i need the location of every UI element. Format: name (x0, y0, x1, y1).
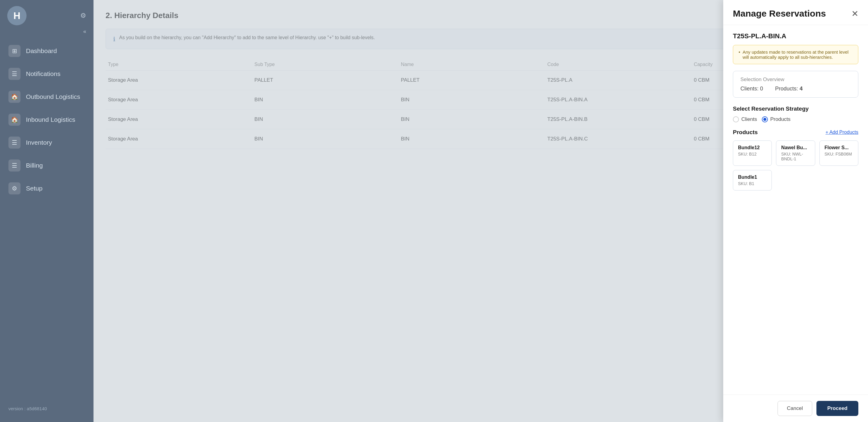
sidebar-item-billing[interactable]: ☰ Billing (0, 154, 93, 177)
products-count-label: Products: (775, 86, 798, 92)
products-section: Products + Add Products Bundle12 SKU: B1… (733, 129, 858, 191)
strategy-products-option[interactable]: Products (762, 116, 790, 122)
product-name: Bundle12 (738, 145, 767, 151)
sidebar-header: H ⚙ (0, 0, 93, 28)
sidebar-label-outbound: Outbound Logistics (26, 93, 80, 100)
warning-box: • Any updates made to reservations at th… (733, 45, 858, 64)
product-sku: SKU: NWL-BNDL-1 (781, 152, 810, 161)
clients-stat: Clients: 0 (740, 86, 763, 92)
warning-text: Any updates made to reservations at the … (743, 50, 852, 60)
product-name: Bundle1 (738, 174, 767, 180)
panel-close-button[interactable]: ✕ (851, 9, 858, 19)
sidebar-item-inbound[interactable]: 🏠 Inbound Logistics (0, 108, 93, 131)
product-cards: Bundle12 SKU: B12 Nawel Bu... SKU: NWL-B… (733, 140, 858, 191)
clients-label: Clients: (740, 86, 758, 92)
sidebar-item-outbound[interactable]: 🏠 Outbound Logistics (0, 85, 93, 108)
panel-body: T25S-PL.A-BIN.A • Any updates made to re… (723, 25, 868, 395)
inventory-icon: ☰ (8, 136, 21, 149)
warning-bullet: • (739, 50, 740, 55)
version-label: version : a5d68140 (0, 401, 93, 416)
strategy-section: Select Reservation Strategy Clients Prod… (733, 105, 858, 122)
sidebar-label-billing: Billing (26, 162, 43, 169)
sidebar-label-inventory: Inventory (26, 139, 52, 146)
sidebar-item-inventory[interactable]: ☰ Inventory (0, 131, 93, 154)
products-count: 4 (800, 86, 803, 92)
proceed-button[interactable]: Proceed (816, 401, 858, 416)
products-header: Products + Add Products (733, 129, 858, 136)
inbound-icon: 🏠 (8, 113, 21, 126)
strategy-options: Clients Products (733, 116, 858, 122)
product-sku: SKU: B1 (738, 181, 767, 186)
selection-stats: Clients: 0 Products: 4 (740, 86, 851, 92)
add-products-button[interactable]: + Add Products (826, 130, 858, 135)
sidebar-label-setup: Setup (26, 185, 42, 192)
strategy-title: Select Reservation Strategy (733, 105, 858, 112)
nav-items: ⊞ Dashboard ☰ Notifications 🏠 Outbound L… (0, 39, 93, 200)
product-card[interactable]: Flower S... SKU: FSB06M (819, 140, 858, 166)
clients-count: 0 (760, 86, 763, 92)
dashboard-icon: ⊞ (8, 45, 21, 57)
product-name: Flower S... (825, 145, 853, 151)
setup-icon: ⚙ (8, 182, 21, 194)
products-section-label: Products (733, 129, 757, 136)
selection-overview: Selection Overview Clients: 0 Products: … (733, 71, 858, 98)
products-option-label: Products (770, 116, 790, 122)
gear-icon[interactable]: ⚙ (80, 12, 86, 20)
sidebar-item-notifications[interactable]: ☰ Notifications (0, 62, 93, 85)
sidebar: H ⚙ « ⊞ Dashboard ☰ Notifications 🏠 Outb… (0, 0, 93, 422)
product-card[interactable]: Nawel Bu... SKU: NWL-BNDL-1 (776, 140, 815, 166)
products-radio[interactable] (762, 116, 768, 122)
sidebar-label-dashboard: Dashboard (26, 47, 57, 55)
manage-reservations-panel: Manage Reservations ✕ T25S-PL.A-BIN.A • … (723, 0, 868, 422)
strategy-clients-option[interactable]: Clients (733, 116, 757, 122)
panel-footer: Cancel Proceed (723, 395, 868, 422)
sidebar-item-dashboard[interactable]: ⊞ Dashboard (0, 39, 93, 62)
billing-icon: ☰ (8, 159, 21, 171)
outbound-icon: 🏠 (8, 91, 21, 103)
selection-overview-title: Selection Overview (740, 76, 851, 83)
products-stat: Products: 4 (775, 86, 803, 92)
product-name: Nawel Bu... (781, 145, 810, 151)
sidebar-label-inbound: Inbound Logistics (26, 116, 75, 123)
notifications-icon: ☰ (8, 68, 21, 80)
panel-title: Manage Reservations (733, 8, 826, 19)
clients-option-label: Clients (741, 116, 757, 122)
product-card[interactable]: Bundle1 SKU: B1 (733, 170, 772, 191)
product-sku: SKU: FSB06M (825, 152, 853, 157)
panel-subtitle: T25S-PL.A-BIN.A (733, 32, 858, 40)
sidebar-label-notifications: Notifications (26, 70, 60, 77)
product-card[interactable]: Bundle12 SKU: B12 (733, 140, 772, 166)
sidebar-item-setup[interactable]: ⚙ Setup (0, 177, 93, 200)
clients-radio[interactable] (733, 116, 739, 122)
product-sku: SKU: B12 (738, 152, 767, 157)
cancel-button[interactable]: Cancel (777, 401, 812, 416)
panel-header: Manage Reservations ✕ (723, 0, 868, 25)
collapse-icon[interactable]: « (0, 28, 93, 39)
sidebar-logo: H (7, 6, 27, 25)
